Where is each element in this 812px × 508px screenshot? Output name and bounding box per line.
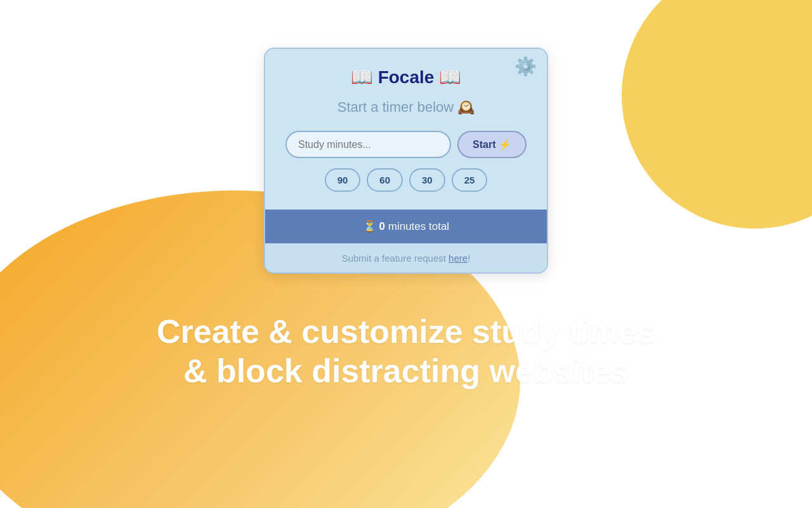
app-card: ⚙️ 📖 Focale 📖 Start a timer below 🕰️ Sta…	[264, 48, 548, 274]
timer-label-text: minutes total	[388, 220, 449, 232]
tagline: Create & customize study times & block d…	[157, 312, 655, 391]
study-minutes-input[interactable]	[285, 131, 451, 158]
preset-button-25[interactable]: 25	[452, 168, 488, 192]
preset-button-60[interactable]: 60	[367, 168, 403, 192]
settings-button[interactable]: ⚙️	[514, 58, 537, 76]
preset-button-90[interactable]: 90	[325, 168, 361, 192]
preset-button-30[interactable]: 30	[409, 168, 445, 192]
footer-text-after: !	[468, 253, 470, 264]
tagline-line2: & block distracting websites	[157, 351, 655, 391]
feature-request-link[interactable]: here	[449, 253, 468, 264]
timer-count: 0	[379, 220, 385, 232]
preset-buttons-row: 90 60 30 25	[285, 168, 527, 192]
card-footer: Submit a feature request here!	[265, 243, 547, 272]
timer-icon: ⏳	[363, 220, 376, 232]
start-button[interactable]: Start ⚡	[457, 131, 527, 158]
page-content: ⚙️ 📖 Focale 📖 Start a timer below 🕰️ Sta…	[0, 0, 812, 508]
app-card-inner: ⚙️ 📖 Focale 📖 Start a timer below 🕰️ Sta…	[265, 49, 547, 210]
footer-text-before: Submit a feature request	[342, 253, 449, 264]
tagline-line1: Create & customize study times	[157, 312, 655, 351]
input-row: Start ⚡	[285, 131, 527, 158]
app-title: 📖 Focale 📖	[285, 67, 527, 88]
app-subtitle: Start a timer below 🕰️	[285, 99, 527, 116]
timer-bar: ⏳ 0 minutes total	[265, 210, 547, 243]
